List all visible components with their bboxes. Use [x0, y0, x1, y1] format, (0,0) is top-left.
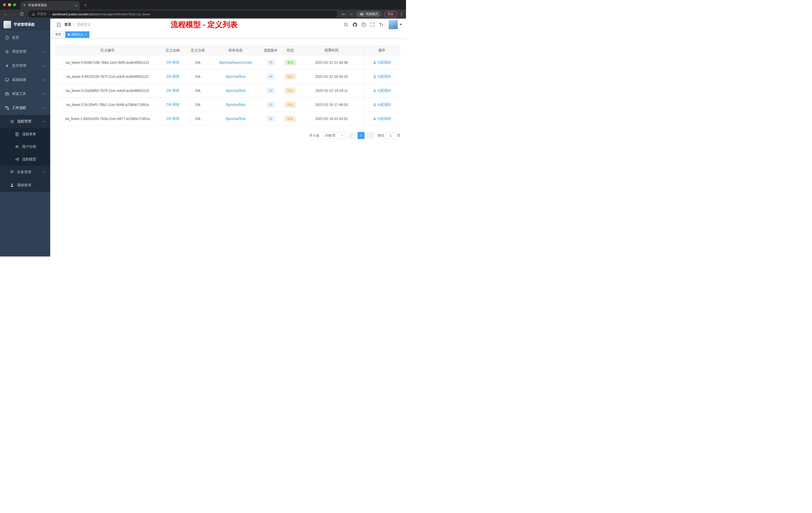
search-button[interactable] — [344, 22, 348, 27]
address-bar[interactable]: 不安全 | dashboard.yudao.iocoder.cn/bpm/man… — [28, 10, 338, 18]
sidebar-item-workflow[interactable]: 工作流程 — [0, 101, 50, 115]
font-size-button[interactable] — [379, 22, 384, 27]
definition-name-link[interactable]: OA 请假 — [166, 102, 179, 107]
svg-text:?: ? — [363, 23, 364, 26]
sidebar-item-label: 研发工具 — [12, 92, 40, 96]
page-number-button[interactable]: 1 — [357, 132, 365, 139]
tag-close-icon[interactable]: × — [85, 33, 87, 36]
col-header-category: 定义分类 — [185, 45, 210, 56]
table-row: oa_leave:2:3c1f0ef1-76b1-11ec-9c66-a2380… — [55, 98, 401, 112]
security-label[interactable]: 不安全 — [37, 12, 47, 16]
sidebar-item-label: 基础设施 — [12, 78, 40, 82]
bookmark-star-button[interactable]: ☆ — [348, 10, 354, 18]
form-info-link[interactable]: /bpm/oa/leave/create — [219, 60, 252, 64]
help-button[interactable]: ? — [361, 22, 366, 27]
table-body: oa_leave:5:004b710b-7b8a-11ec-8ef0-acde4… — [55, 56, 401, 126]
status-badge: 激活 — [285, 60, 296, 65]
tag-home[interactable]: 首页 — [53, 31, 64, 38]
reload-icon — [20, 12, 24, 16]
chrome-update-button[interactable]: 更新 — [384, 11, 397, 17]
definition-name-link[interactable]: OA 请假 — [166, 117, 179, 120]
app-header: 首页 / 流程定义 流程模型 - 定义列表 ? — [50, 19, 406, 31]
sidebar-item-label: 支付管理 — [12, 63, 40, 68]
fullscreen-icon — [370, 22, 375, 27]
browser-tab[interactable]: 芋道管理系统 × — [20, 1, 80, 9]
sidebar-item-process-model[interactable]: 流程模型 — [0, 153, 50, 165]
back-button[interactable]: ← — [2, 10, 9, 18]
caret-down-icon — [400, 24, 402, 25]
user-menu[interactable] — [388, 20, 402, 29]
forward-button[interactable]: → — [10, 10, 18, 18]
assign-rule-button[interactable]: 分配规则 — [373, 88, 391, 93]
sidebar-item-label: 请假查询 — [17, 183, 45, 187]
sidebar-item-user-group[interactable]: 用户分组 — [0, 141, 50, 153]
form-info-link[interactable]: /bpm/oa/flow — [226, 117, 245, 121]
list-icon — [10, 119, 14, 123]
form-info-link[interactable]: /bpm/oa/flow — [226, 74, 245, 79]
browser-toolbar: ← → 不安全 | dashboard.yudao.iocoder.cn/bpm… — [0, 9, 406, 19]
incognito-badge: 无痕模式 — [356, 11, 381, 17]
person-icon — [373, 61, 376, 64]
sidebar-item-process-form[interactable]: 流程表单 — [0, 128, 50, 141]
cell-deploy-time: 2022-01-22 19:19:11 — [300, 84, 363, 98]
sidebar-item-leave-query[interactable]: 请假查询 — [0, 179, 50, 192]
pagination: 共 5 条 10条/页 ‹ 1 › 前往 页 — [55, 126, 401, 145]
next-page-button[interactable]: › — [367, 132, 374, 139]
sidebar-item-home[interactable]: 首页 — [0, 31, 50, 45]
goto-page-input[interactable] — [386, 132, 396, 139]
cell-category: OA — [185, 84, 210, 98]
password-key-button[interactable] — [340, 10, 347, 18]
person-icon — [10, 183, 14, 187]
sidebar-item-label: 首页 — [12, 35, 45, 40]
tags-view-bar: 首页 流程定义 × — [50, 31, 406, 39]
new-tab-button[interactable]: + — [82, 2, 89, 9]
person-icon — [373, 75, 376, 78]
assign-rule-button[interactable]: 分配规则 — [373, 74, 391, 79]
definition-name-link[interactable]: OA 请假 — [166, 60, 179, 64]
breadcrumb: 首页 / 流程定义 — [64, 22, 91, 27]
github-button[interactable] — [352, 22, 357, 27]
close-window-button[interactable] — [3, 3, 6, 6]
fullscreen-button[interactable] — [370, 22, 375, 27]
tab-close-icon[interactable]: × — [75, 3, 77, 7]
toolbox-icon — [5, 92, 9, 96]
form-info-link[interactable]: /bpm/oa/flow — [226, 89, 245, 93]
reload-button[interactable] — [18, 10, 26, 18]
sidebar-item-label: 流程管理 — [17, 119, 40, 124]
sidebar-item-infrastructure[interactable]: 基础设施 — [0, 73, 50, 87]
avatar[interactable] — [388, 20, 398, 29]
prev-page-button[interactable]: ‹ — [348, 132, 355, 139]
col-header-id: 定义编号 — [55, 45, 160, 56]
gear-icon — [5, 50, 9, 54]
assign-rule-button[interactable]: 分配规则 — [373, 117, 391, 121]
sidebar-item-label: 用户分组 — [22, 145, 45, 149]
monitor-icon — [5, 78, 9, 82]
chevron-down-icon — [43, 78, 46, 81]
sidebar-logo[interactable]: 芋道管理系统 — [0, 19, 50, 31]
assign-rule-button[interactable]: 分配规则 — [373, 60, 391, 65]
sidebar-item-process-management[interactable]: 流程管理 — [0, 115, 50, 128]
sidebar-item-devtools[interactable]: 研发工具 — [0, 87, 50, 101]
sidebar-item-label: 流程表单 — [22, 132, 45, 137]
person-icon — [373, 117, 376, 120]
key-icon — [342, 12, 346, 16]
page-size-select[interactable]: 10条/页 — [322, 132, 346, 139]
browser-menu-button[interactable] — [399, 10, 404, 18]
app-window: 芋道管理系统 首页 系统管理 ¥ 支付管理 基础设施 研发工具 — [0, 19, 406, 256]
assign-rule-button[interactable]: 分配规则 — [373, 102, 391, 107]
favicon-sprout-icon — [23, 3, 26, 7]
sidebar-item-payment[interactable]: ¥ 支付管理 — [0, 59, 50, 73]
collapse-sidebar-button[interactable] — [54, 20, 63, 29]
zoom-window-button[interactable] — [13, 3, 16, 6]
tag-process-definition[interactable]: 流程定义 × — [65, 31, 89, 38]
sidebar-item-task-management[interactable]: 任务管理 — [0, 165, 50, 179]
question-circle-icon: ? — [361, 22, 366, 27]
minimize-window-button[interactable] — [8, 3, 11, 6]
form-info-link[interactable]: /bpm/oa/flow — [226, 103, 245, 107]
table-row: oa_leave:4:991f2193-7b7f-11ec-a3c8-acde4… — [55, 69, 401, 84]
breadcrumb-home[interactable]: 首页 — [64, 22, 71, 27]
definition-name-link[interactable]: OA 请假 — [166, 88, 179, 92]
goto-label: 前往 — [378, 133, 384, 138]
definition-name-link[interactable]: OA 请假 — [166, 74, 179, 78]
sidebar-item-system[interactable]: 系统管理 — [0, 45, 50, 59]
